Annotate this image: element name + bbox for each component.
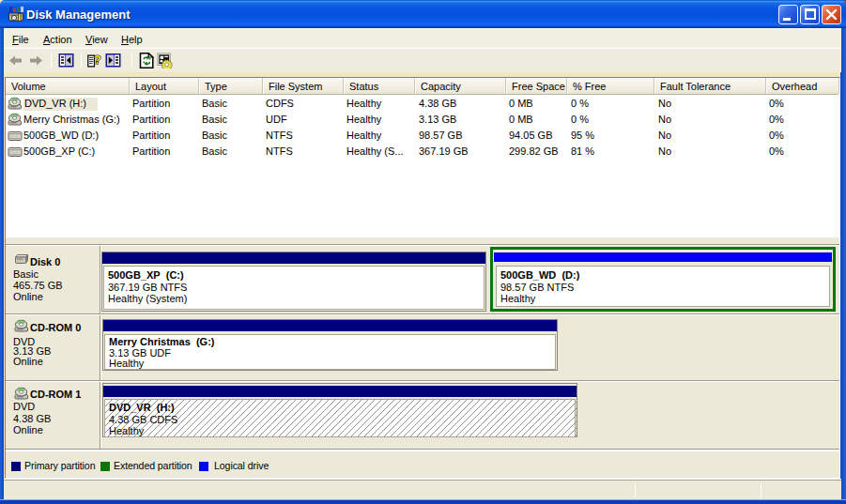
svg-text:?: ? [94,53,101,67]
